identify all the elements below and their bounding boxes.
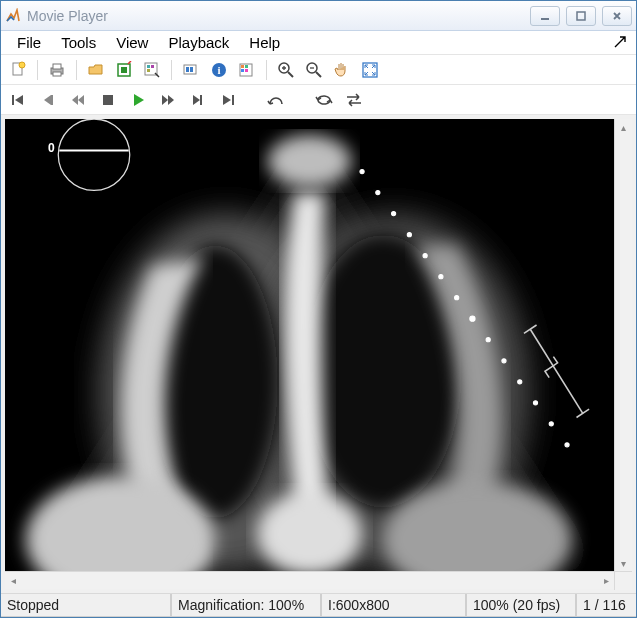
svg-point-48 [486, 338, 490, 342]
vertical-scrollbar[interactable]: ▴ ▾ [614, 119, 632, 571]
svg-point-51 [533, 401, 537, 405]
zoom-out-button[interactable] [301, 57, 327, 83]
svg-rect-20 [245, 65, 248, 68]
svg-point-40 [360, 169, 364, 173]
svg-point-52 [549, 422, 553, 426]
svg-point-3 [19, 62, 25, 68]
playback-toolbar [1, 85, 636, 115]
scroll-up-icon[interactable]: ▴ [616, 119, 632, 135]
step-forward-button[interactable] [185, 87, 211, 113]
svg-point-44 [423, 254, 427, 258]
horizontal-scrollbar[interactable]: ◂ ▸ [5, 571, 632, 589]
menu-undock-icon[interactable] [610, 32, 630, 53]
svg-rect-6 [53, 72, 61, 76]
window-controls [530, 6, 632, 26]
svg-point-46 [455, 296, 459, 300]
movie-player-window: Movie Player File Tools View Playback He… [0, 0, 637, 618]
svg-point-45 [439, 275, 443, 279]
svg-rect-30 [232, 95, 234, 105]
stop-button[interactable] [95, 87, 121, 113]
svg-rect-15 [190, 67, 193, 72]
svg-rect-10 [147, 65, 150, 68]
svg-rect-5 [53, 64, 61, 69]
video-viewport[interactable]: 0 [5, 119, 614, 571]
menu-tools[interactable]: Tools [51, 32, 106, 53]
menu-file[interactable]: File [7, 32, 51, 53]
svg-rect-11 [151, 65, 154, 68]
scroll-left-icon[interactable]: ◂ [5, 573, 21, 589]
main-toolbar: i [1, 55, 636, 85]
status-frame: 1 / 116 [576, 594, 636, 617]
autoreverse-button[interactable] [341, 87, 367, 113]
content-area: 0 ▴ ▾ ◂ ▸ [1, 115, 636, 593]
minimize-button[interactable] [530, 6, 560, 26]
scroll-right-icon[interactable]: ▸ [598, 573, 614, 589]
new-doc-button[interactable] [5, 57, 31, 83]
export-button[interactable] [111, 57, 137, 83]
video-info-button[interactable] [178, 57, 204, 83]
menu-playback[interactable]: Playback [158, 32, 239, 53]
pan-button[interactable] [329, 57, 355, 83]
depth-marker-label: 0 [48, 141, 55, 155]
window-title: Movie Player [27, 8, 530, 24]
pixel-region-button[interactable] [139, 57, 165, 83]
colormap-button[interactable] [234, 57, 260, 83]
svg-rect-14 [186, 67, 189, 72]
svg-rect-19 [241, 65, 244, 68]
jump-to-button[interactable] [263, 87, 289, 113]
svg-point-43 [407, 233, 411, 237]
svg-point-50 [518, 380, 522, 384]
svg-rect-26 [12, 95, 14, 105]
scroll-corner [614, 572, 632, 590]
vscroll-track[interactable] [615, 135, 632, 555]
status-dimensions: I:600x800 [321, 594, 466, 617]
rewind-button[interactable] [65, 87, 91, 113]
go-last-button[interactable] [215, 87, 241, 113]
svg-rect-0 [541, 18, 549, 20]
close-button[interactable] [602, 6, 632, 26]
menubar: File Tools View Playback Help [1, 31, 636, 55]
svg-rect-29 [200, 95, 202, 105]
svg-rect-8 [121, 67, 127, 73]
print-button[interactable] [44, 57, 70, 83]
svg-rect-1 [577, 12, 585, 20]
menu-help[interactable]: Help [239, 32, 290, 53]
ultrasound-frame [5, 119, 614, 571]
svg-point-36 [267, 135, 351, 188]
fast-forward-button[interactable] [155, 87, 181, 113]
scroll-down-icon[interactable]: ▾ [616, 555, 632, 571]
svg-rect-22 [245, 69, 248, 72]
svg-point-49 [502, 359, 506, 363]
maximize-button[interactable] [566, 6, 596, 26]
hscroll-track[interactable] [21, 572, 598, 589]
info-button[interactable]: i [206, 57, 232, 83]
fit-window-button[interactable] [357, 57, 383, 83]
svg-rect-27 [51, 95, 53, 105]
svg-text:i: i [217, 64, 220, 76]
svg-rect-12 [147, 69, 150, 72]
open-button[interactable] [83, 57, 109, 83]
matlab-app-icon [5, 8, 21, 24]
svg-point-41 [376, 190, 380, 194]
go-first-button[interactable] [5, 87, 31, 113]
play-button[interactable] [125, 87, 151, 113]
status-state: Stopped [1, 594, 171, 617]
svg-point-53 [565, 443, 569, 447]
loop-button[interactable] [311, 87, 337, 113]
zoom-in-button[interactable] [273, 57, 299, 83]
svg-point-42 [391, 212, 395, 216]
svg-rect-28 [103, 95, 113, 105]
step-back-button[interactable] [35, 87, 61, 113]
menu-view[interactable]: View [106, 32, 158, 53]
titlebar: Movie Player [1, 1, 636, 31]
statusbar: Stopped Magnification: 100% I:600x800 10… [1, 593, 636, 617]
status-magnification: Magnification: 100% [171, 594, 321, 617]
svg-point-47 [470, 316, 475, 321]
status-fps: 100% (20 fps) [466, 594, 576, 617]
svg-rect-21 [241, 69, 244, 72]
